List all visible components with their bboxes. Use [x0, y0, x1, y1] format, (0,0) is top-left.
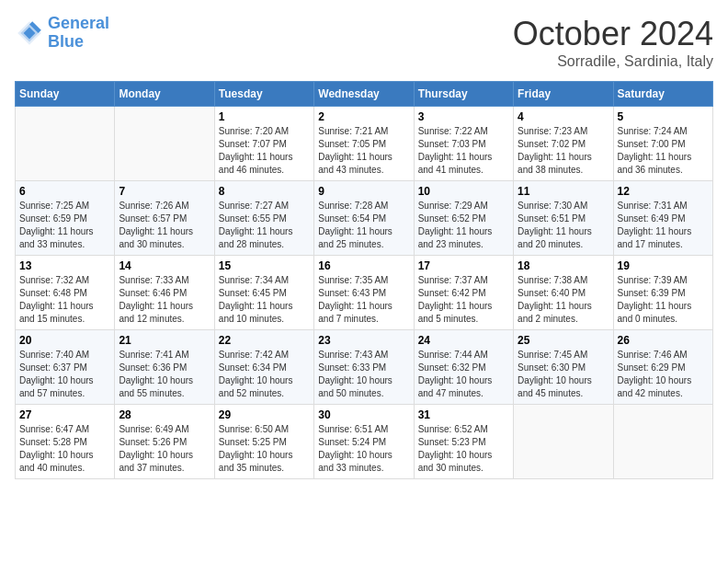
day-number: 16: [318, 259, 409, 272]
day-number: 10: [418, 185, 509, 198]
day-info: Sunrise: 7:29 AM Sunset: 6:52 PM Dayligh…: [418, 200, 509, 251]
day-number: 9: [318, 185, 409, 198]
calendar-cell: 31Sunrise: 6:52 AM Sunset: 5:23 PM Dayli…: [414, 405, 513, 479]
day-info: Sunrise: 6:47 AM Sunset: 5:28 PM Dayligh…: [19, 423, 110, 475]
calendar-cell: 20Sunrise: 7:40 AM Sunset: 6:37 PM Dayli…: [16, 330, 115, 405]
day-number: 31: [418, 408, 509, 421]
day-info: Sunrise: 7:35 AM Sunset: 6:43 PM Dayligh…: [318, 274, 409, 326]
day-info: Sunrise: 7:45 AM Sunset: 6:30 PM Dayligh…: [518, 349, 609, 400]
calendar-cell: [16, 107, 115, 181]
day-number: 5: [618, 110, 709, 123]
day-number: 30: [318, 408, 409, 421]
day-number: 3: [418, 110, 509, 123]
day-number: 8: [219, 185, 310, 198]
calendar-week-row: 20Sunrise: 7:40 AM Sunset: 6:37 PM Dayli…: [16, 330, 713, 405]
page-header: General Blue October 2024 Sorradile, Sar…: [15, 15, 713, 70]
day-number: 27: [19, 408, 110, 421]
calendar-cell: 15Sunrise: 7:34 AM Sunset: 6:45 PM Dayli…: [214, 256, 313, 330]
calendar-cell: 12Sunrise: 7:31 AM Sunset: 6:49 PM Dayli…: [613, 181, 712, 256]
day-info: Sunrise: 7:44 AM Sunset: 6:32 PM Dayligh…: [418, 349, 509, 400]
calendar-cell: 26Sunrise: 7:46 AM Sunset: 6:29 PM Dayli…: [613, 330, 712, 405]
day-info: Sunrise: 7:37 AM Sunset: 6:42 PM Dayligh…: [418, 274, 509, 326]
calendar-cell: 8Sunrise: 7:27 AM Sunset: 6:55 PM Daylig…: [214, 181, 313, 256]
day-info: Sunrise: 7:33 AM Sunset: 6:46 PM Dayligh…: [119, 274, 210, 326]
calendar-week-row: 27Sunrise: 6:47 AM Sunset: 5:28 PM Dayli…: [16, 405, 713, 479]
day-info: Sunrise: 7:26 AM Sunset: 6:57 PM Dayligh…: [119, 200, 210, 251]
calendar-cell: 9Sunrise: 7:28 AM Sunset: 6:54 PM Daylig…: [314, 181, 414, 256]
calendar-cell: 3Sunrise: 7:22 AM Sunset: 7:03 PM Daylig…: [414, 107, 513, 181]
weekday-header-row: SundayMondayTuesdayWednesdayThursdayFrid…: [16, 82, 713, 107]
weekday-header: Monday: [115, 82, 214, 107]
logo: General Blue: [15, 15, 109, 52]
title-block: October 2024 Sorradile, Sardinia, Italy: [513, 15, 713, 70]
calendar-cell: 27Sunrise: 6:47 AM Sunset: 5:28 PM Dayli…: [16, 405, 115, 479]
calendar-cell: [514, 405, 613, 479]
day-number: 17: [418, 259, 509, 272]
calendar-cell: 21Sunrise: 7:41 AM Sunset: 6:36 PM Dayli…: [115, 330, 214, 405]
weekday-header: Sunday: [16, 82, 115, 107]
day-info: Sunrise: 7:38 AM Sunset: 6:40 PM Dayligh…: [518, 274, 609, 326]
day-info: Sunrise: 7:39 AM Sunset: 6:39 PM Dayligh…: [618, 274, 709, 326]
weekday-header: Tuesday: [214, 82, 313, 107]
calendar-cell: 16Sunrise: 7:35 AM Sunset: 6:43 PM Dayli…: [314, 256, 414, 330]
calendar-cell: 29Sunrise: 6:50 AM Sunset: 5:25 PM Dayli…: [214, 405, 313, 479]
calendar-cell: 17Sunrise: 7:37 AM Sunset: 6:42 PM Dayli…: [414, 256, 513, 330]
day-number: 19: [618, 259, 709, 272]
day-info: Sunrise: 7:43 AM Sunset: 6:33 PM Dayligh…: [318, 349, 409, 400]
day-number: 26: [618, 334, 709, 347]
day-info: Sunrise: 7:42 AM Sunset: 6:34 PM Dayligh…: [219, 349, 310, 400]
day-number: 22: [219, 334, 310, 347]
calendar-cell: 6Sunrise: 7:25 AM Sunset: 6:59 PM Daylig…: [16, 181, 115, 256]
weekday-header: Wednesday: [314, 82, 414, 107]
day-number: 2: [318, 110, 409, 123]
day-number: 25: [518, 334, 609, 347]
day-number: 7: [119, 185, 210, 198]
day-number: 24: [418, 334, 509, 347]
day-number: 29: [219, 408, 310, 421]
day-info: Sunrise: 7:30 AM Sunset: 6:51 PM Dayligh…: [518, 200, 609, 251]
day-number: 23: [318, 334, 409, 347]
day-info: Sunrise: 7:22 AM Sunset: 7:03 PM Dayligh…: [418, 125, 509, 177]
calendar-week-row: 6Sunrise: 7:25 AM Sunset: 6:59 PM Daylig…: [16, 181, 713, 256]
calendar-cell: 13Sunrise: 7:32 AM Sunset: 6:48 PM Dayli…: [16, 256, 115, 330]
calendar-cell: 5Sunrise: 7:24 AM Sunset: 7:00 PM Daylig…: [613, 107, 712, 181]
calendar-cell: 2Sunrise: 7:21 AM Sunset: 7:05 PM Daylig…: [314, 107, 414, 181]
day-info: Sunrise: 7:41 AM Sunset: 6:36 PM Dayligh…: [119, 349, 210, 400]
calendar-cell: 25Sunrise: 7:45 AM Sunset: 6:30 PM Dayli…: [514, 330, 613, 405]
day-info: Sunrise: 7:21 AM Sunset: 7:05 PM Dayligh…: [318, 125, 409, 177]
day-info: Sunrise: 6:52 AM Sunset: 5:23 PM Dayligh…: [418, 423, 509, 475]
calendar-cell: 10Sunrise: 7:29 AM Sunset: 6:52 PM Dayli…: [414, 181, 513, 256]
calendar-cell: 23Sunrise: 7:43 AM Sunset: 6:33 PM Dayli…: [314, 330, 414, 405]
day-number: 1: [219, 110, 310, 123]
logo-icon: [15, 18, 44, 48]
day-number: 14: [119, 259, 210, 272]
calendar-week-row: 13Sunrise: 7:32 AM Sunset: 6:48 PM Dayli…: [16, 256, 713, 330]
calendar-cell: 11Sunrise: 7:30 AM Sunset: 6:51 PM Dayli…: [514, 181, 613, 256]
calendar-table: SundayMondayTuesdayWednesdayThursdayFrid…: [15, 81, 713, 479]
calendar-cell: 28Sunrise: 6:49 AM Sunset: 5:26 PM Dayli…: [115, 405, 214, 479]
weekday-header: Saturday: [613, 82, 712, 107]
day-info: Sunrise: 7:34 AM Sunset: 6:45 PM Dayligh…: [219, 274, 310, 326]
weekday-header: Friday: [514, 82, 613, 107]
calendar-cell: 24Sunrise: 7:44 AM Sunset: 6:32 PM Dayli…: [414, 330, 513, 405]
day-info: Sunrise: 7:27 AM Sunset: 6:55 PM Dayligh…: [219, 200, 310, 251]
month-title: October 2024: [513, 15, 713, 53]
day-number: 4: [518, 110, 609, 123]
calendar-cell: [613, 405, 712, 479]
day-info: Sunrise: 7:32 AM Sunset: 6:48 PM Dayligh…: [19, 274, 110, 326]
day-number: 12: [618, 185, 709, 198]
day-info: Sunrise: 7:31 AM Sunset: 6:49 PM Dayligh…: [618, 200, 709, 251]
day-number: 20: [19, 334, 110, 347]
calendar-cell: [115, 107, 214, 181]
calendar-cell: 30Sunrise: 6:51 AM Sunset: 5:24 PM Dayli…: [314, 405, 414, 479]
day-info: Sunrise: 6:51 AM Sunset: 5:24 PM Dayligh…: [318, 423, 409, 475]
calendar-cell: 19Sunrise: 7:39 AM Sunset: 6:39 PM Dayli…: [613, 256, 712, 330]
day-info: Sunrise: 7:28 AM Sunset: 6:54 PM Dayligh…: [318, 200, 409, 251]
location-subtitle: Sorradile, Sardinia, Italy: [513, 53, 713, 70]
day-info: Sunrise: 7:20 AM Sunset: 7:07 PM Dayligh…: [219, 125, 310, 177]
day-number: 15: [219, 259, 310, 272]
day-info: Sunrise: 7:40 AM Sunset: 6:37 PM Dayligh…: [19, 349, 110, 400]
day-number: 13: [19, 259, 110, 272]
calendar-week-row: 1Sunrise: 7:20 AM Sunset: 7:07 PM Daylig…: [16, 107, 713, 181]
calendar-cell: 7Sunrise: 7:26 AM Sunset: 6:57 PM Daylig…: [115, 181, 214, 256]
